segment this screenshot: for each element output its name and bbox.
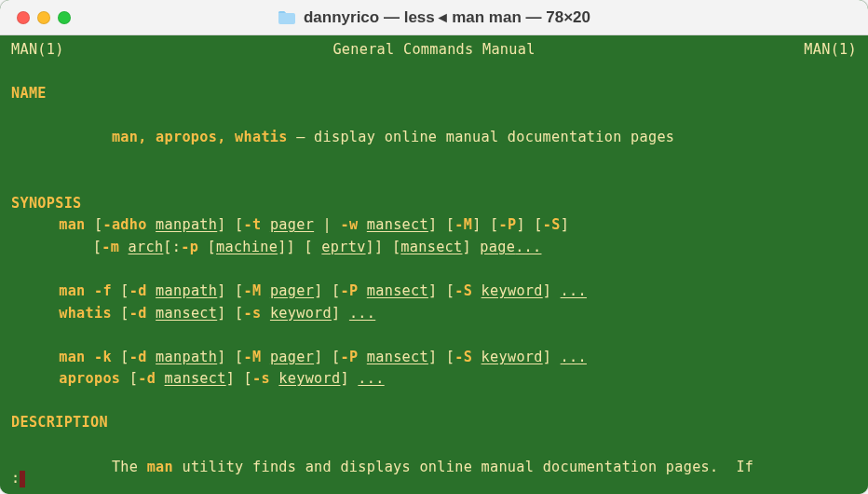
synopsis-line: man -f [-d manpath] [-M pager] [-P manse… (11, 281, 857, 303)
folder-icon (278, 10, 296, 25)
maximize-icon[interactable] (58, 11, 71, 24)
minimize-icon[interactable] (37, 11, 50, 24)
terminal-window: dannyrico — less ◂ man man — 78×20 MAN(1… (0, 0, 868, 494)
name-line: man, apropos, whatis – display online ma… (11, 105, 857, 172)
cursor-icon (20, 471, 25, 487)
synopsis-line: man [-adho manpath] [-t pager | -w manse… (11, 214, 857, 237)
header-left: MAN(1) (11, 39, 64, 62)
synopsis-line: [-m arch[:-p [machine]] [ eprtv]] [manse… (11, 237, 857, 259)
section-heading-name: NAME (11, 83, 857, 105)
section-heading-synopsis: SYNOPSIS (11, 193, 857, 215)
synopsis-line: apropos [-d mansect] [-s keyword] ... (11, 368, 857, 391)
manpage-header: MAN(1) General Commands Manual MAN(1) (11, 39, 857, 62)
window-controls (17, 11, 71, 24)
synopsis-line: whatis [-d mansect] [-s keyword] ... (11, 303, 857, 325)
window-title: dannyrico — less ◂ man man — 78×20 (304, 7, 590, 27)
description-line-1: The man utility finds and displays onlin… (11, 434, 857, 494)
synopsis-line: man -k [-d manpath] [-M pager] [-P manse… (11, 347, 857, 369)
header-right: MAN(1) (804, 39, 857, 62)
terminal-viewport[interactable]: MAN(1) General Commands Manual MAN(1) NA… (0, 35, 868, 494)
synopsis-body: man [-adho manpath] [-t pager | -w manse… (11, 214, 857, 390)
less-status-line: : (11, 468, 25, 490)
window-title-area: dannyrico — less ◂ man man — 78×20 (0, 7, 868, 27)
section-heading-description: DESCRIPTION (11, 412, 857, 434)
header-center: General Commands Manual (332, 39, 535, 62)
close-icon[interactable] (17, 11, 30, 24)
titlebar[interactable]: dannyrico — less ◂ man man — 78×20 (0, 0, 868, 35)
less-prompt: : (11, 468, 20, 490)
